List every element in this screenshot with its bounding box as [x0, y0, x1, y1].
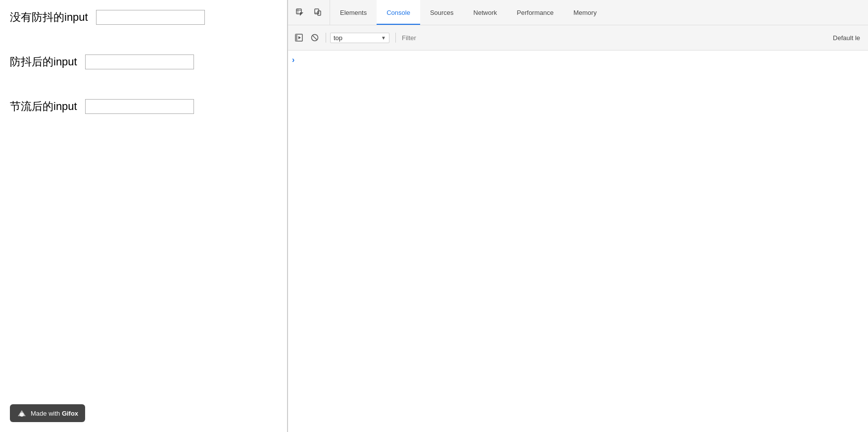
svg-marker-5: [300, 12, 303, 16]
svg-marker-11: [298, 36, 301, 39]
gifox-badge: Made with Gifox: [10, 404, 85, 422]
inspect-icon-button[interactable]: [292, 4, 308, 20]
tab-network[interactable]: Network: [464, 0, 507, 25]
context-selector[interactable]: top ▼: [330, 33, 389, 43]
input-throttle[interactable]: [85, 99, 194, 114]
tab-memory[interactable]: Memory: [564, 0, 607, 25]
input-row-1: 没有防抖的input: [10, 10, 287, 25]
context-selector-value: top: [334, 34, 379, 42]
console-sidebar-icon: [295, 34, 303, 42]
gifox-brand: Gifox: [62, 410, 78, 417]
filter-separator: [395, 33, 396, 43]
input-row-3: 节流后的input: [10, 99, 287, 114]
console-toolbar: top ▼ Default le: [288, 25, 868, 51]
tab-elements[interactable]: Elements: [330, 0, 377, 25]
svg-rect-10: [295, 34, 297, 41]
clear-console-button[interactable]: [308, 31, 322, 45]
context-selector-arrow: ▼: [381, 35, 386, 41]
tab-performance[interactable]: Performance: [507, 0, 563, 25]
toolbar-separator: [326, 33, 326, 43]
label-debounce: 防抖后的input: [10, 54, 77, 69]
tab-sources[interactable]: Sources: [420, 0, 464, 25]
label-no-debounce: 没有防抖的input: [10, 10, 88, 25]
console-content: ›: [288, 51, 868, 432]
devtools-tabs-list: Elements Console Sources Network Perform…: [330, 0, 868, 25]
gifox-text: Made with Gifox: [31, 410, 78, 417]
input-no-debounce[interactable]: [96, 10, 205, 25]
devtools-toolbar-icons: [288, 0, 330, 25]
input-debounce[interactable]: [85, 54, 194, 69]
console-sidebar-button[interactable]: [292, 31, 306, 45]
gifox-icon: [17, 408, 27, 418]
default-levels-label: Default le: [833, 34, 864, 42]
device-emulation-icon: [314, 8, 322, 16]
tab-console[interactable]: Console: [377, 0, 420, 25]
svg-line-13: [313, 36, 317, 40]
input-row-2: 防抖后的input: [10, 54, 287, 69]
label-throttle: 节流后的input: [10, 99, 77, 114]
filter-input[interactable]: [402, 34, 831, 42]
svg-point-1: [20, 413, 24, 417]
inspect-icon: [296, 8, 304, 16]
clear-console-icon: [311, 34, 319, 42]
webpage-content: 没有防抖的input 防抖后的input 节流后的input Made with…: [0, 0, 287, 432]
devtools-tab-bar: Elements Console Sources Network Perform…: [288, 0, 868, 25]
device-emulation-button[interactable]: [310, 4, 326, 20]
devtools-panel: Elements Console Sources Network Perform…: [288, 0, 868, 432]
console-chevron[interactable]: ›: [288, 54, 868, 65]
